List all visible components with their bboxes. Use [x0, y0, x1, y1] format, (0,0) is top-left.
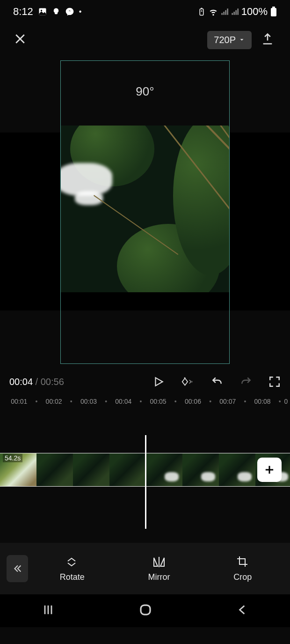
clip-thumb [109, 453, 146, 486]
crop-icon [236, 555, 250, 569]
ruler-tick: 00:03 [73, 398, 104, 405]
ruler-tick: 00:04 [108, 398, 139, 405]
crop-tool[interactable]: Crop [233, 555, 252, 582]
battery-percent: 100% [241, 6, 268, 18]
undo-button[interactable] [210, 376, 224, 388]
battery-icon [270, 7, 277, 17]
canvas-frame[interactable]: 90° [60, 60, 230, 364]
signal-1-icon [221, 8, 228, 15]
play-button[interactable] [152, 376, 165, 388]
clip-thumb [36, 453, 73, 486]
rotate-label: Rotate [60, 572, 85, 582]
collapse-tools-button[interactable] [7, 555, 28, 582]
svg-rect-3 [271, 8, 276, 16]
ruler-tick: 00:06 [178, 398, 209, 405]
clip-thumb [219, 453, 255, 486]
keyframe-button[interactable] [181, 376, 195, 388]
recents-button[interactable] [42, 603, 55, 618]
transport-bar: 00:04 / 00:56 [0, 368, 290, 396]
rotate-icon [65, 555, 79, 569]
time-display: 00:04 / 00:56 [9, 377, 64, 387]
ruler-tick: 0 [282, 398, 290, 405]
ruler-tick: 00:02 [38, 398, 69, 405]
rotation-label: 90° [136, 84, 154, 99]
resolution-label: 720P [214, 35, 236, 45]
rotate-tool[interactable]: Rotate [60, 555, 85, 582]
redo-button[interactable] [239, 376, 253, 388]
status-time: 8:12 [13, 6, 33, 18]
ruler-tick: 00:01 [4, 398, 35, 405]
chevron-down-icon [239, 37, 245, 43]
wifi-icon [209, 7, 218, 16]
home-button[interactable] [138, 603, 152, 619]
svg-rect-4 [272, 7, 275, 8]
svg-rect-2 [200, 9, 203, 15]
mirror-label: Mirror [148, 572, 170, 582]
image-icon [38, 7, 47, 16]
svg-point-1 [41, 10, 42, 11]
export-button[interactable] [258, 30, 277, 50]
add-clip-button[interactable] [257, 458, 282, 482]
ruler-tick: 00:08 [247, 398, 278, 405]
timeline[interactable]: 54.2s [0, 407, 290, 543]
mirror-tool[interactable]: Mirror [148, 555, 170, 582]
clip-duration-label: 54.2s [3, 454, 22, 462]
close-button[interactable] [13, 32, 27, 48]
status-bar: 8:12 • 100% [0, 0, 290, 23]
ruler-tick: 00:07 [212, 398, 243, 405]
svg-rect-5 [141, 605, 150, 614]
time-separator: / [33, 377, 41, 387]
crop-label: Crop [233, 572, 252, 582]
fullscreen-button[interactable] [268, 376, 281, 388]
bulb-icon [52, 7, 60, 16]
back-button[interactable] [236, 604, 248, 618]
time-ruler[interactable]: 00:01• 00:02• 00:03• 00:04• 00:05• 00:06… [0, 396, 290, 407]
messenger-icon [65, 7, 74, 16]
system-nav-bar [0, 594, 290, 627]
mirror-icon [152, 555, 166, 569]
time-total: 00:56 [41, 377, 64, 387]
clip-thumb [146, 453, 182, 486]
signal-2-icon [231, 8, 239, 15]
battery-saver-icon [197, 7, 206, 16]
tool-bar: Rotate Mirror Crop [0, 543, 290, 594]
video-frame [61, 126, 229, 292]
playhead[interactable] [145, 435, 146, 529]
resolution-selector[interactable]: 720P [207, 31, 252, 49]
top-bar: 720P [0, 23, 290, 56]
clip-thumb [182, 453, 219, 486]
clip-thumb [73, 453, 109, 486]
time-current: 00:04 [9, 377, 33, 387]
preview-area: 90° [0, 56, 290, 368]
ruler-tick: 00:05 [143, 398, 174, 405]
dot-icon: • [79, 7, 82, 16]
